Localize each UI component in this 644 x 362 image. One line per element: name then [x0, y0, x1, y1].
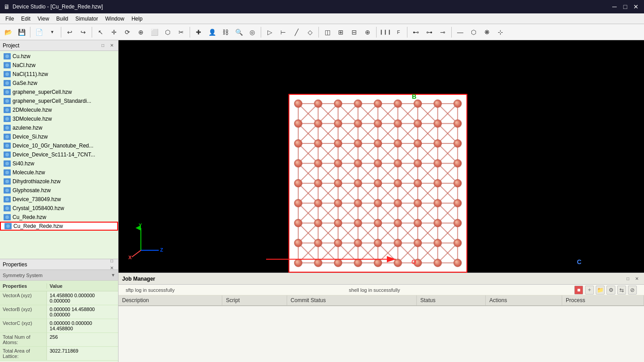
project-item-17[interactable]: Crystal_1058400.hzw — [0, 204, 118, 213]
prop-value-2: 0.000000 0.000000 14.458800 — [47, 319, 118, 333]
col-process: Process — [562, 295, 644, 306]
toolbar-zoom[interactable]: 🔍 — [233, 26, 245, 38]
sftp-status: sftp log in successfully — [126, 287, 174, 293]
project-item-5[interactable]: graphene_superCell_Standardi... — [0, 97, 118, 105]
project-item-label-6: 2DMolecule.hzw — [13, 107, 52, 113]
toolbar-new[interactable]: 📄 — [33, 26, 45, 38]
project-item-6[interactable]: 2DMolecule.hzw — [0, 105, 118, 114]
toolbar-sym3[interactable]: ⊟ — [348, 26, 360, 38]
project-item-label-0: Cu.hzw — [13, 53, 30, 59]
label-b: B — [412, 93, 416, 100]
menu-item-build[interactable]: Build — [53, 15, 72, 23]
menu-bar: FileEditViewBuildSimulatorWindowHelp — [0, 13, 644, 24]
toolbar-g1[interactable]: ⊷ — [410, 26, 422, 38]
project-item-label-9: Device_Si.hzw — [13, 134, 48, 140]
viewport[interactable]: B O C — [119, 40, 644, 273]
minimize-button[interactable]: ─ — [610, 2, 619, 11]
menu-item-help[interactable]: Help — [128, 15, 146, 23]
toolbar-select[interactable]: ↖ — [94, 26, 107, 38]
toolbar-save[interactable]: 💾 — [15, 26, 28, 38]
prop-value-0: 14.458800 0.000000 0.000000 — [47, 291, 118, 305]
sep5 — [261, 27, 261, 38]
toolbar-sym1[interactable]: ◫ — [321, 26, 334, 38]
properties-panel: Properties □ ✕ Symmetry System ▼ Propert… — [0, 259, 118, 362]
project-item-1[interactable]: NaCl.hzw — [0, 61, 118, 70]
properties-panel-expand[interactable]: □ — [108, 257, 115, 265]
add-job-icon[interactable]: ＋ — [585, 286, 594, 295]
toolbar-f2[interactable]: F — [392, 26, 405, 38]
symmetry-label: Symmetry System — [3, 273, 42, 278]
stop-icon[interactable]: ■ — [574, 286, 583, 295]
project-item-4[interactable]: graphene_superCell.hzw — [0, 88, 118, 97]
title-text: Device Studio - [Cu_Rede_Rede.hzw] — [13, 4, 103, 10]
toolbar-h4[interactable]: ⊹ — [494, 26, 507, 38]
connect-icon[interactable]: ⇆ — [617, 286, 626, 295]
toolbar-t4[interactable]: ◇ — [304, 26, 316, 38]
toolbar-rect[interactable]: ⬜ — [148, 26, 161, 38]
project-item-icon-12 — [4, 160, 11, 167]
project-item-13[interactable]: Molecule.hzw — [0, 168, 118, 177]
project-item-7[interactable]: 3DMolecule.hzw — [0, 114, 118, 123]
toolbar-redo[interactable]: ↪ — [77, 26, 89, 38]
toolbar-h2[interactable]: ⬡ — [467, 26, 480, 38]
toolbar-h3[interactable]: ❋ — [481, 26, 493, 38]
project-item-12[interactable]: Si40.hzw — [0, 159, 118, 168]
project-panel-close[interactable]: ✕ — [108, 42, 115, 49]
settings-icon[interactable]: ⚙ — [606, 286, 615, 295]
disconnect-icon[interactable]: ⊘ — [628, 286, 637, 295]
project-item-15[interactable]: Glyphosate.hzw — [0, 186, 118, 195]
symmetry-dropdown[interactable]: ▼ — [111, 273, 115, 278]
toolbar-h1[interactable]: — — [454, 26, 466, 38]
close-button[interactable]: ✕ — [631, 2, 640, 11]
toolbar-add-chain[interactable]: ⛓ — [219, 26, 232, 38]
viewport-area: B O C — [119, 40, 644, 362]
toolbar-sym2[interactable]: ⊞ — [335, 26, 347, 38]
project-item-9[interactable]: Device_Si.hzw — [0, 132, 118, 141]
toolbar-g2[interactable]: ⊶ — [423, 26, 436, 38]
sep6 — [318, 27, 319, 38]
project-item-3[interactable]: GaSe.hzw — [0, 79, 118, 88]
toolbar-polygon[interactable]: ⬡ — [161, 26, 174, 38]
project-panel-expand[interactable]: □ — [99, 42, 106, 49]
folder-icon[interactable]: 📁 — [596, 286, 605, 295]
toolbar-add-bond[interactable]: 👤 — [206, 26, 218, 38]
restore-button[interactable]: □ — [621, 2, 630, 11]
symmetry-bar[interactable]: Symmetry System ▼ — [0, 270, 118, 281]
properties-header: Properties □ ✕ — [0, 259, 118, 270]
toolbar-add-atom[interactable]: ✚ — [192, 26, 205, 38]
project-item-18[interactable]: Cu_Rede.hzw — [0, 213, 118, 222]
project-item-2[interactable]: NaCl(111).hzw — [0, 70, 118, 79]
label-c: C — [577, 258, 581, 265]
project-title: Project — [3, 42, 19, 49]
project-item-11[interactable]: Device_Device_Sc111-14_7CNT... — [0, 150, 118, 159]
toolbar-sym4[interactable]: ⊕ — [361, 26, 374, 38]
toolbar-t1[interactable]: ▷ — [263, 26, 276, 38]
toolbar-rotate[interactable]: ⟳ — [121, 26, 134, 38]
toolbar-open[interactable]: 📂 — [2, 26, 14, 38]
project-item-10[interactable]: Device_10_0Gr_Nanotube_Red... — [0, 141, 118, 150]
toolbar-zoom2[interactable]: ◎ — [246, 26, 258, 38]
menu-item-file[interactable]: File — [2, 15, 17, 23]
job-manager-close[interactable]: ✕ — [633, 275, 640, 282]
project-item-8[interactable]: azulene.hzw — [0, 123, 118, 132]
toolbar-g3[interactable]: ⊸ — [436, 26, 449, 38]
toolbar-scale[interactable]: ⊕ — [135, 26, 147, 38]
project-item-19[interactable]: Cu_Rede_Rede.hzw — [0, 222, 118, 231]
toolbar-new2[interactable]: ▾ — [46, 26, 59, 38]
toolbar-move[interactable]: ✛ — [108, 26, 120, 38]
toolbar-undo[interactable]: ↩ — [64, 26, 76, 38]
toolbar-t2[interactable]: ⊢ — [277, 26, 289, 38]
project-item-0[interactable]: Cu.hzw — [0, 52, 118, 61]
project-item-16[interactable]: Device_738049.hzw — [0, 195, 118, 204]
project-item-label-13: Molecule.hzw — [13, 169, 45, 176]
project-item-14[interactable]: Dihydrothiazole.hzw — [0, 177, 118, 186]
menu-item-window[interactable]: Window — [102, 15, 128, 23]
job-manager-expand[interactable]: □ — [624, 275, 631, 282]
toolbar-cut[interactable]: ✂ — [175, 26, 187, 38]
menu-item-view[interactable]: View — [34, 15, 53, 23]
menu-item-simulator[interactable]: Simulator — [72, 15, 102, 23]
menu-item-edit[interactable]: Edit — [17, 15, 34, 23]
project-list[interactable]: Cu.hzwNaCl.hzwNaCl(111).hzwGaSe.hzwgraph… — [0, 51, 118, 259]
toolbar-t3[interactable]: ╱ — [290, 26, 303, 38]
toolbar-f1[interactable]: ❙❙❙ — [379, 26, 391, 38]
